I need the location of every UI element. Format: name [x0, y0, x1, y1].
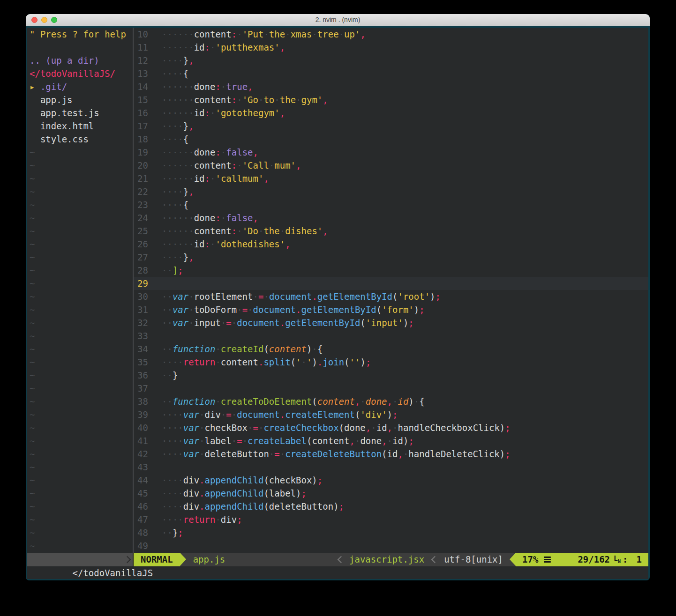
code-line[interactable]: 33	[134, 329, 648, 342]
empty-buffer-tilde: ~	[27, 159, 133, 172]
code-line[interactable]: 42····var·deleteButton·=·createDeleteBut…	[134, 447, 648, 460]
code-text: ······content:·'Go·to·the·gym',	[154, 93, 328, 106]
code-line[interactable]: 20······content:·'Call·mum',	[134, 159, 648, 172]
line-number: 25	[134, 224, 154, 237]
code-line[interactable]: 15······content:·'Go·to·the·gym',	[134, 93, 648, 106]
code-text: ······id:·'callmum',	[154, 172, 269, 185]
code-text: ····var·deleteButton·=·createDeleteButto…	[154, 447, 511, 460]
empty-buffer-tilde: ~	[27, 264, 133, 277]
code-line[interactable]: 24······done:·false,	[134, 211, 648, 224]
line-number: 19	[134, 146, 154, 159]
line-number: 22	[134, 185, 154, 198]
code-line[interactable]: 17····},	[134, 119, 648, 133]
netrw-file-app-js[interactable]: app.js	[27, 93, 133, 106]
code-line[interactable]: 43	[134, 460, 648, 474]
code-line[interactable]: 23····{	[134, 198, 648, 211]
code-line[interactable]: 30··var·rootElement·=·document.getElemen…	[134, 290, 648, 303]
code-text: ··}	[154, 369, 178, 382]
code-buffer[interactable]: 10······content:·'Put·the·xmas·tree·up',…	[134, 28, 648, 553]
code-line[interactable]: 13····{	[134, 67, 648, 80]
line-number: 11	[134, 41, 154, 54]
code-line[interactable]: 25······content:·'Do·the·dishes',	[134, 224, 648, 237]
code-text: ····{	[154, 133, 188, 146]
code-text	[154, 460, 162, 474]
line-number: 18	[134, 133, 154, 146]
code-line[interactable]: 21······id:·'callmum',	[134, 172, 648, 185]
line-number: 36	[134, 369, 154, 382]
code-text: ····},	[154, 119, 194, 133]
code-line[interactable]: 32··var·input·=·document.getElementById(…	[134, 316, 648, 329]
empty-buffer-tilde: ~	[27, 185, 133, 198]
line-number: 24	[134, 211, 154, 224]
code-line[interactable]: 19······done:·false,	[134, 146, 648, 159]
code-line[interactable]: 41····var·label·=·createLabel(content,·d…	[134, 434, 648, 447]
code-line[interactable]: 16······id:·'gotothegym',	[134, 106, 648, 119]
netrw-sidebar[interactable]: " Press ? for help.. (up a dir)</todoVan…	[27, 28, 133, 553]
code-line[interactable]: 12····},	[134, 54, 648, 67]
line-number: 38	[134, 395, 154, 408]
code-line[interactable]: 31··var·toDoForm·=·document.getElementBy…	[134, 303, 648, 316]
code-text: ····{	[154, 198, 188, 211]
line-number: 15	[134, 93, 154, 106]
netrw-up-dir[interactable]: .. (up a dir)	[27, 54, 133, 67]
close-button[interactable]	[31, 17, 38, 23]
empty-buffer-tilde: ~	[27, 421, 133, 434]
empty-buffer-tilde: ~	[27, 382, 133, 395]
code-line[interactable]: 28··];	[134, 264, 648, 277]
line-number: 46	[134, 500, 154, 513]
code-line[interactable]: 27····},	[134, 251, 648, 264]
line-number: 21	[134, 172, 154, 185]
line-number: 12	[134, 54, 154, 67]
code-line[interactable]: 39····var·div·=·document.createElement('…	[134, 408, 648, 421]
code-text: ····},	[154, 251, 194, 264]
line-number: 16	[134, 106, 154, 119]
empty-buffer-tilde: ~	[27, 447, 133, 460]
line-number: 34	[134, 342, 154, 356]
code-text	[154, 329, 162, 342]
code-text: ······content:·'Do·the·dishes',	[154, 224, 328, 237]
titlebar[interactable]: 2. nvim . (nvim)	[26, 14, 650, 26]
code-line[interactable]: 37	[134, 382, 648, 395]
code-text: ······id:·'putthexmas',	[154, 41, 285, 54]
airline-statusline: NORMAL app.js javascript.jsx utf-8[unix]…	[134, 553, 648, 566]
code-line[interactable]: 46····div.appendChild(deleteButton);	[134, 500, 648, 513]
code-line[interactable]: 26······id:·'dothedishes',	[134, 237, 648, 251]
code-text: ····},	[154, 185, 194, 198]
netrw-dir-git[interactable]: ▸ .git/	[27, 80, 133, 93]
netrw-file-index-html[interactable]: index.html	[27, 119, 133, 133]
code-line[interactable]: 44····div.appendChild(checkBox);	[134, 474, 648, 487]
code-line[interactable]: 49	[134, 539, 648, 552]
code-line[interactable]: 48··};	[134, 526, 648, 539]
code-line[interactable]: 10······content:·'Put·the·xmas·tree·up',	[134, 28, 648, 41]
code-line[interactable]: 14······done:·true,	[134, 80, 648, 93]
code-line[interactable]: 38··function·createToDoElement(content,·…	[134, 395, 648, 408]
line-number: 29	[134, 277, 154, 290]
empty-buffer-tilde: ~	[27, 342, 133, 356]
code-text: ····},	[154, 54, 194, 67]
line-number: 39	[134, 408, 154, 421]
code-text: ··];	[154, 264, 183, 277]
status-cursor-group: 29/162 : 1	[578, 553, 642, 566]
netrw-file-style-css[interactable]: style.css	[27, 133, 133, 146]
code-line[interactable]: 35····return·content.split('·').join('')…	[134, 356, 648, 369]
code-text: ··function·createId(content)·{	[154, 342, 323, 356]
netrw-file-app-test-js[interactable]: app.test.js	[27, 106, 133, 119]
zoom-button[interactable]	[51, 17, 57, 23]
code-line[interactable]: 34··function·createId(content)·{	[134, 342, 648, 356]
minimize-button[interactable]	[41, 17, 47, 23]
empty-buffer-tilde: ~	[27, 513, 133, 526]
code-text: ····return·div;	[154, 513, 242, 526]
netrw-statusline: </todoVanillaJS	[27, 553, 133, 566]
mode-indicator: NORMAL	[134, 553, 180, 566]
code-line[interactable]: 45····div.appendChild(label);	[134, 487, 648, 500]
code-line[interactable]: 47····return·div;	[134, 513, 648, 526]
terminal-window: 2. nvim . (nvim) " Press ? for help.. (u…	[26, 14, 650, 580]
code-line[interactable]: 18····{	[134, 133, 648, 146]
code-line[interactable]: 11······id:·'putthexmas',	[134, 41, 648, 54]
code-line[interactable]: 40····var·checkBox·=·createCheckbox(done…	[134, 421, 648, 434]
code-text: ··};	[154, 526, 183, 539]
code-line[interactable]: 36··}	[134, 369, 648, 382]
code-line[interactable]: 22····},	[134, 185, 648, 198]
code-line[interactable]: 29	[134, 277, 648, 290]
line-number: 31	[134, 303, 154, 316]
